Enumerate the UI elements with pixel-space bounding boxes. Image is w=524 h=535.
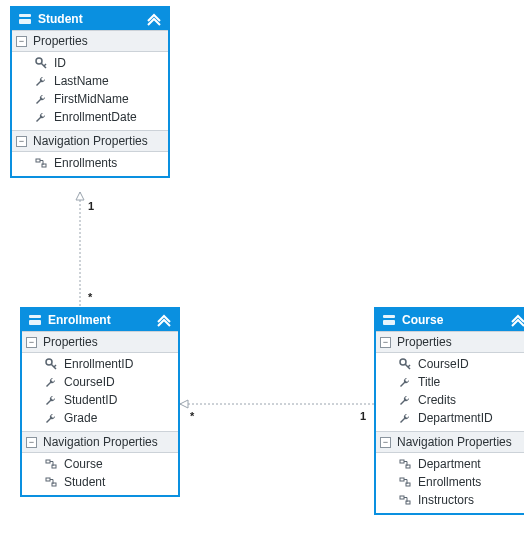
section-label: Navigation Properties — [397, 435, 512, 449]
entity-student[interactable]: Student − Properties ID LastName FirstMi… — [10, 6, 170, 178]
section-label: Navigation Properties — [43, 435, 158, 449]
section-properties-header[interactable]: − Properties — [22, 331, 178, 353]
section-properties-body: EnrollmentID CourseID StudentID Grade — [22, 353, 178, 431]
svg-rect-21 — [383, 320, 395, 325]
mult-enrollment-many-a: * — [88, 291, 92, 303]
wrench-icon — [44, 411, 58, 425]
svg-rect-9 — [36, 159, 40, 162]
section-properties-body: CourseID Title Credits DepartmentID — [376, 353, 524, 431]
entity-enrollment[interactable]: Enrollment − Properties EnrollmentID Cou… — [20, 307, 180, 497]
property-name: DepartmentID — [418, 411, 493, 425]
wrench-icon — [44, 375, 58, 389]
section-toggle-icon[interactable]: − — [26, 437, 37, 448]
svg-marker-3 — [180, 400, 188, 408]
mult-student-one: 1 — [88, 200, 94, 212]
property-name: StudentID — [64, 393, 117, 407]
nav-icon — [398, 475, 412, 489]
property-name: EnrollmentDate — [54, 110, 137, 124]
navprop-row[interactable]: Course — [22, 455, 178, 473]
navprop-row[interactable]: Department — [376, 455, 524, 473]
section-properties-body: ID LastName FirstMidName EnrollmentDate — [12, 52, 168, 130]
section-navigation-body: Course Student — [22, 453, 178, 495]
entity-header[interactable]: Course — [376, 309, 524, 331]
property-name: CourseID — [418, 357, 469, 371]
svg-line-8 — [44, 64, 46, 66]
property-name: EnrollmentID — [64, 357, 133, 371]
svg-rect-29 — [400, 496, 404, 499]
property-name: Credits — [418, 393, 456, 407]
section-label: Navigation Properties — [33, 134, 148, 148]
navprop-row[interactable]: Enrollments — [12, 154, 168, 172]
nav-icon — [34, 156, 48, 170]
collapse-icon[interactable] — [156, 313, 172, 327]
svg-rect-16 — [46, 460, 50, 463]
section-navigation-header[interactable]: − Navigation Properties — [12, 130, 168, 152]
section-label: Properties — [33, 34, 88, 48]
key-icon — [398, 357, 412, 371]
key-icon — [34, 56, 48, 70]
navprop-name: Instructors — [418, 493, 474, 507]
svg-rect-18 — [46, 478, 50, 481]
property-row[interactable]: DepartmentID — [376, 409, 524, 427]
property-row[interactable]: EnrollmentDate — [12, 108, 168, 126]
property-row[interactable]: CourseID — [22, 373, 178, 391]
property-name: Grade — [64, 411, 97, 425]
mult-course-one: 1 — [360, 410, 366, 422]
section-toggle-icon[interactable]: − — [26, 337, 37, 348]
property-row[interactable]: Credits — [376, 391, 524, 409]
wrench-icon — [398, 393, 412, 407]
property-row[interactable]: FirstMidName — [12, 90, 168, 108]
wrench-icon — [34, 92, 48, 106]
section-navigation-header[interactable]: − Navigation Properties — [22, 431, 178, 453]
property-row[interactable]: CourseID — [376, 355, 524, 373]
svg-marker-1 — [76, 192, 84, 200]
svg-rect-4 — [19, 14, 31, 17]
section-label: Properties — [397, 335, 452, 349]
property-row[interactable]: EnrollmentID — [22, 355, 178, 373]
wrench-icon — [398, 375, 412, 389]
wrench-icon — [34, 110, 48, 124]
entity-header[interactable]: Student — [12, 8, 168, 30]
section-navigation-header[interactable]: − Navigation Properties — [376, 431, 524, 453]
entity-header[interactable]: Enrollment — [22, 309, 178, 331]
collapse-icon[interactable] — [146, 12, 162, 26]
section-toggle-icon[interactable]: − — [16, 36, 27, 47]
navprop-row[interactable]: Enrollments — [376, 473, 524, 491]
svg-line-15 — [54, 365, 56, 367]
wrench-icon — [34, 74, 48, 88]
svg-rect-20 — [383, 315, 395, 318]
section-properties-header[interactable]: − Properties — [376, 331, 524, 353]
nav-icon — [398, 493, 412, 507]
svg-rect-25 — [400, 460, 404, 463]
property-name: CourseID — [64, 375, 115, 389]
svg-rect-27 — [400, 478, 404, 481]
entity-title: Enrollment — [48, 313, 156, 327]
entity-course[interactable]: Course − Properties CourseID Title Credi… — [374, 307, 524, 515]
navprop-name: Enrollments — [418, 475, 481, 489]
entity-title: Student — [38, 12, 146, 26]
nav-icon — [398, 457, 412, 471]
wrench-icon — [398, 411, 412, 425]
navprop-row[interactable]: Instructors — [376, 491, 524, 509]
property-name: Title — [418, 375, 440, 389]
property-row[interactable]: ID — [12, 54, 168, 72]
collapse-icon[interactable] — [510, 313, 524, 327]
property-name: FirstMidName — [54, 92, 129, 106]
property-row[interactable]: LastName — [12, 72, 168, 90]
section-toggle-icon[interactable]: − — [380, 437, 391, 448]
section-properties-header[interactable]: − Properties — [12, 30, 168, 52]
property-name: ID — [54, 56, 66, 70]
section-toggle-icon[interactable]: − — [380, 337, 391, 348]
navprop-name: Student — [64, 475, 105, 489]
property-row[interactable]: StudentID — [22, 391, 178, 409]
svg-rect-12 — [29, 320, 41, 325]
navprop-name: Course — [64, 457, 103, 471]
navprop-row[interactable]: Student — [22, 473, 178, 491]
section-toggle-icon[interactable]: − — [16, 136, 27, 147]
property-row[interactable]: Grade — [22, 409, 178, 427]
navprop-name: Department — [418, 457, 481, 471]
key-icon — [44, 357, 58, 371]
section-navigation-body: Enrollments — [12, 152, 168, 176]
nav-icon — [44, 475, 58, 489]
property-row[interactable]: Title — [376, 373, 524, 391]
